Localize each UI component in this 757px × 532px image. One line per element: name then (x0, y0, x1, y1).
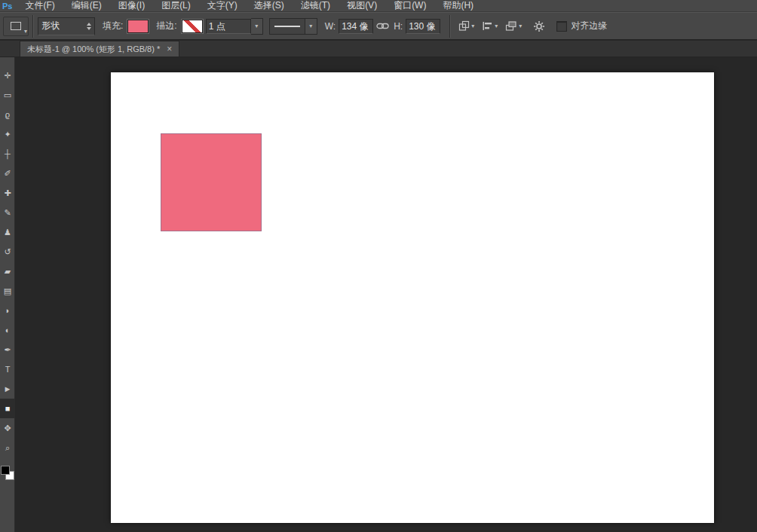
hand-tool-icon[interactable]: ✥ (0, 418, 15, 438)
align-icon (482, 20, 493, 32)
width-label: W: (325, 21, 336, 32)
color-swatches[interactable] (0, 465, 15, 483)
stroke-width-field[interactable]: 1 点 (206, 19, 251, 34)
solid-line-icon (274, 26, 300, 27)
horizontal-type-tool-icon[interactable]: T (0, 359, 15, 379)
path-selection-tool-icon[interactable]: ► (0, 379, 15, 399)
stroke-swatch[interactable] (182, 20, 203, 33)
chevron-down-icon: ▾ (309, 23, 312, 29)
document-tab-title: 未标题-1 @ 100% (矩形 1, RGB/8) * (27, 44, 160, 55)
chevron-down-icon: ▾ (519, 23, 522, 29)
menu-bar: Ps 文件(F)编辑(E)图像(I)图层(L)文字(Y)选择(S)滤镜(T)视图… (0, 0, 757, 12)
chevron-down-icon: ▾ (24, 29, 27, 35)
stroke-type-dropdown[interactable] (269, 18, 305, 35)
shape-width-input[interactable] (339, 19, 373, 34)
chevron-down-icon: ▾ (255, 23, 258, 29)
menu-item-select[interactable]: 选择(S) (246, 0, 293, 11)
document-tab-bar: 未标题-1 @ 100% (矩形 1, RGB/8) * × (0, 41, 757, 57)
stroke-width-dropdown-button[interactable]: ▾ (251, 18, 263, 35)
rectangle-tool-icon[interactable]: ■ (0, 399, 15, 418)
stroke-type-dropdown-button[interactable]: ▾ (305, 18, 317, 35)
quick-selection-tool-icon[interactable]: ✦ (0, 124, 15, 144)
fill-label: 填充: (103, 20, 123, 32)
rectangle-tool-icon (11, 22, 21, 30)
chain-link-icon (376, 22, 389, 30)
link-dimensions-button[interactable] (375, 17, 391, 35)
path-arrangement-button[interactable]: ▾ (504, 17, 523, 35)
menu-item-help[interactable]: 帮助(H) (434, 0, 482, 11)
menu-item-file[interactable]: 文件(F) (17, 0, 63, 11)
clone-stamp-tool-icon[interactable]: ♟ (0, 222, 15, 242)
chevron-down-icon: ▾ (495, 23, 498, 29)
blur-tool-icon[interactable]: ◗ (0, 301, 15, 320)
history-brush-tool-icon[interactable]: ↺ (0, 242, 15, 261)
tool-mode-value: 形状 (41, 20, 60, 32)
rectangular-marquee-tool-icon[interactable]: ▭ (0, 85, 15, 105)
menu-item-view[interactable]: 视图(V) (339, 0, 385, 11)
tool-preset-picker[interactable]: ▾ (3, 17, 29, 36)
divider (449, 15, 451, 38)
shape-height-input[interactable] (406, 19, 440, 34)
eraser-tool-icon[interactable]: ▰ (0, 261, 15, 281)
menu-item-image[interactable]: 图像(I) (110, 0, 153, 11)
pasteboard (15, 57, 757, 532)
path-operations-button[interactable]: ▾ (457, 17, 476, 35)
align-edges-label: 对齐边缘 (571, 20, 607, 32)
main-area: ✛▭ϱ✦┼✐✚✎♟↺▰▤◗◐✒T►■✥⌕ (0, 57, 757, 532)
shape-rectangle[interactable] (161, 133, 262, 231)
tool-mode-dropdown[interactable]: 形状 (38, 17, 95, 35)
divider (32, 15, 34, 38)
fill-swatch[interactable] (127, 20, 149, 33)
tab-close-icon[interactable]: × (167, 44, 172, 54)
document-canvas[interactable] (111, 72, 714, 523)
menu-item-window[interactable]: 窗口(W) (385, 0, 434, 11)
spinner-icon (87, 23, 91, 30)
arrange-layers-icon (505, 20, 517, 32)
menu-item-filter[interactable]: 滤镜(T) (293, 0, 339, 11)
document-tab[interactable]: 未标题-1 @ 100% (矩形 1, RGB/8) * × (20, 41, 179, 57)
combine-shapes-icon (458, 20, 470, 32)
photoshop-logo: Ps (0, 2, 17, 11)
move-tool-icon[interactable]: ✛ (0, 66, 15, 85)
zoom-tool-icon[interactable]: ⌕ (0, 438, 15, 457)
chevron-down-icon: ▾ (471, 23, 474, 29)
menu-item-type[interactable]: 文字(Y) (199, 0, 246, 11)
gear-icon (533, 20, 545, 32)
eyedropper-tool-icon[interactable]: ✐ (0, 164, 15, 183)
tool-bar: ✛▭ϱ✦┼✐✚✎♟↺▰▤◗◐✒T►■✥⌕ (0, 57, 15, 532)
lasso-tool-icon[interactable]: ϱ (0, 105, 15, 124)
brush-tool-icon[interactable]: ✎ (0, 203, 15, 222)
geometry-options-button[interactable] (532, 17, 547, 35)
height-label: H: (394, 21, 403, 32)
spot-healing-brush-tool-icon[interactable]: ✚ (0, 183, 15, 203)
menu-item-layer[interactable]: 图层(L) (153, 0, 199, 11)
menu-item-edit[interactable]: 编辑(E) (63, 0, 110, 11)
foreground-color-swatch[interactable] (1, 466, 10, 475)
crop-tool-icon[interactable]: ┼ (0, 144, 15, 164)
pen-tool-icon[interactable]: ✒ (0, 340, 15, 359)
options-bar: ▾ 形状 填充: 描边: 1 点 ▾ ▾ W: H: ▾ ▾ (0, 12, 757, 40)
gradient-tool-icon[interactable]: ▤ (0, 281, 15, 301)
path-alignment-button[interactable]: ▾ (480, 17, 499, 35)
stroke-label: 描边: (156, 20, 176, 32)
dodge-tool-icon[interactable]: ◐ (0, 320, 15, 340)
align-edges-checkbox[interactable] (556, 21, 567, 32)
